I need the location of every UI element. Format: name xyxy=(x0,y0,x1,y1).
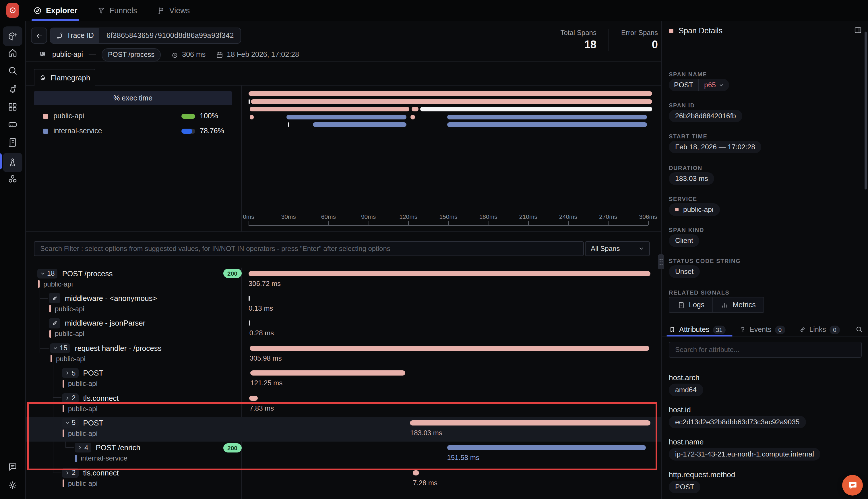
flame-span-bar[interactable] xyxy=(421,107,652,111)
span-service-name: public-api xyxy=(56,355,86,363)
tab-links[interactable]: Links0 xyxy=(799,325,840,334)
expand-collapse-chip[interactable]: 15 xyxy=(50,343,70,353)
span-name[interactable]: POST xyxy=(83,418,103,427)
sidebar-item-traces[interactable] xyxy=(3,153,22,172)
flame-span-bar[interactable] xyxy=(286,114,407,119)
flame-span-bar[interactable] xyxy=(412,107,419,111)
span-name[interactable]: middleware - <anonymous> xyxy=(65,294,157,303)
error-spans-value: 0 xyxy=(652,38,658,51)
field-value-pill: Feb 18, 2026 — 17:02:28 xyxy=(669,141,761,154)
attribute-value-pill[interactable]: amd64 xyxy=(669,384,703,396)
waterfall-bar[interactable] xyxy=(447,445,646,450)
expand-collapse-chip[interactable]: 5 xyxy=(62,418,78,428)
panel-resize-handle[interactable] xyxy=(658,254,664,269)
attribute-search-input[interactable] xyxy=(669,342,862,358)
tab-events[interactable]: Events0 xyxy=(739,325,785,334)
waterfall-bar[interactable] xyxy=(249,271,650,276)
attribute-search-icon[interactable] xyxy=(855,326,863,333)
primary-tabs: ExplorerFunnelsViews xyxy=(33,0,190,21)
tab-flamegraph[interactable]: Flamegraph xyxy=(34,69,95,86)
exec-time-header: % exec time xyxy=(34,91,232,105)
span-row[interactable]: 2tls.connectpublic-api7.83 ms xyxy=(25,392,661,417)
flame-span-bar[interactable] xyxy=(288,122,289,127)
attribute-value-pill[interactable]: ip-172-31-43-21.eu-north-1.compute.inter… xyxy=(669,448,820,461)
sidebar-item-bell[interactable] xyxy=(4,81,21,98)
nav-tab-funnels[interactable]: Funnels xyxy=(97,0,137,21)
metrics-button[interactable]: Metrics xyxy=(713,297,764,313)
span-row[interactable]: 5POSTpublic-api183.03 ms xyxy=(25,417,661,442)
span-name[interactable]: POST /enrich xyxy=(96,443,140,452)
flamegraph-canvas[interactable]: 0ms30ms60ms90ms120ms150ms180ms210ms240ms… xyxy=(242,85,661,231)
waterfall-bar[interactable] xyxy=(413,470,419,475)
flame-span-bar[interactable] xyxy=(410,114,415,119)
brand-logo-icon[interactable] xyxy=(6,3,19,18)
search-filter-input[interactable] xyxy=(34,241,584,256)
span-scope-select[interactable]: All Spans xyxy=(585,241,650,256)
expand-collapse-chip[interactable]: 4 xyxy=(75,443,91,453)
flame-span-bar[interactable] xyxy=(313,122,407,127)
sidebar-item-gear[interactable] xyxy=(4,477,21,494)
flame-span-bar[interactable] xyxy=(251,99,652,104)
service-color-bar xyxy=(49,305,51,313)
flame-span-bar[interactable] xyxy=(249,91,652,96)
expand-collapse-chip[interactable]: 18 xyxy=(37,268,58,278)
link-icon xyxy=(799,326,806,333)
span-row[interactable]: 4POST /enrich200internal-service151.58 m… xyxy=(25,442,661,467)
sidebar-item-home[interactable] xyxy=(4,44,21,61)
waterfall-bar[interactable] xyxy=(250,370,405,376)
attribute-value-pill[interactable]: POST xyxy=(669,480,700,493)
waterfall-bar[interactable] xyxy=(250,345,649,351)
span-name[interactable]: POST /process xyxy=(62,269,113,278)
field-value-pill: 26b2b8d8842016fb xyxy=(669,110,742,122)
span-row[interactable]: middleware - <anonymous>public-api0.13 m… xyxy=(25,293,661,317)
tab-count-badge: 0 xyxy=(830,325,840,334)
span-row[interactable]: 18POST /process200public-api306.72 ms xyxy=(25,268,661,292)
span-name[interactable]: tls.connect xyxy=(83,394,119,402)
nav-tab-explorer[interactable]: Explorer xyxy=(33,0,77,21)
compass-icon xyxy=(33,6,42,15)
flame-span-bar[interactable] xyxy=(447,122,647,127)
span-name[interactable]: middleware - jsonParser xyxy=(65,319,145,328)
nav-tab-views[interactable]: Views xyxy=(157,0,190,21)
flame-span-bar[interactable] xyxy=(250,107,409,111)
span-name[interactable]: POST xyxy=(83,369,103,377)
sidebar-item-package-plus[interactable] xyxy=(3,26,22,46)
sidebar-item-server[interactable] xyxy=(4,116,21,133)
flame-span-bar[interactable] xyxy=(447,114,647,119)
logs-button[interactable]: Logs xyxy=(669,297,713,313)
span-row[interactable]: 15request handler - /processpublic-api30… xyxy=(25,342,661,367)
service-color-bar xyxy=(75,455,77,462)
attribute-value-pill[interactable]: ec2d13d2e32b8dbb63d73c3ac92a9035 xyxy=(669,416,806,428)
sidebar-item-grid[interactable] xyxy=(4,98,21,115)
span-name[interactable]: tls.connect xyxy=(83,468,119,477)
trace-id-chip[interactable]: Trace ID 6f386584365979100d8d86a99a93f34… xyxy=(50,27,241,44)
expand-collapse-chip[interactable]: 5 xyxy=(62,368,78,378)
flame-span-bar[interactable] xyxy=(249,99,250,104)
traces-icon xyxy=(8,157,18,168)
sidebar-item-search[interactable] xyxy=(4,62,21,79)
legend-item-public-api[interactable]: public-api100% xyxy=(34,110,232,122)
span-row[interactable]: 5POSTpublic-api121.25 ms xyxy=(25,367,661,392)
root-span-chip[interactable]: POST /process xyxy=(102,48,161,61)
collapse-panel-icon[interactable] xyxy=(854,26,862,35)
span-name[interactable]: request handler - /process xyxy=(75,344,162,352)
waterfall-bar[interactable] xyxy=(410,420,650,426)
tab-attributes[interactable]: Attributes31 xyxy=(669,325,726,334)
bookmark-icon xyxy=(669,326,676,333)
flame-span-bar[interactable] xyxy=(250,114,254,119)
sidebar-item-chat[interactable] xyxy=(4,458,21,475)
expand-collapse-chip[interactable]: 2 xyxy=(62,468,78,477)
back-button[interactable] xyxy=(31,27,47,44)
sidebar-item-cubes[interactable] xyxy=(4,171,21,188)
span-name-pill[interactable]: POSTp65 xyxy=(669,79,729,91)
sidebar-item-scroll[interactable] xyxy=(4,134,21,151)
legend-item-internal-service[interactable]: internal-service78.76% xyxy=(34,125,232,137)
scrollbar-thumb[interactable] xyxy=(865,32,867,190)
span-row[interactable]: 2tls.connectpublic-api7.28 ms xyxy=(25,467,661,491)
span-row[interactable]: middleware - jsonParserpublic-api0.28 ms xyxy=(25,318,661,342)
waterfall-bar[interactable] xyxy=(249,395,258,401)
expand-collapse-chip[interactable]: 2 xyxy=(62,393,78,403)
waterfall-bar[interactable] xyxy=(249,296,250,301)
help-chat-button[interactable] xyxy=(842,475,863,496)
waterfall-bar[interactable] xyxy=(249,321,251,326)
